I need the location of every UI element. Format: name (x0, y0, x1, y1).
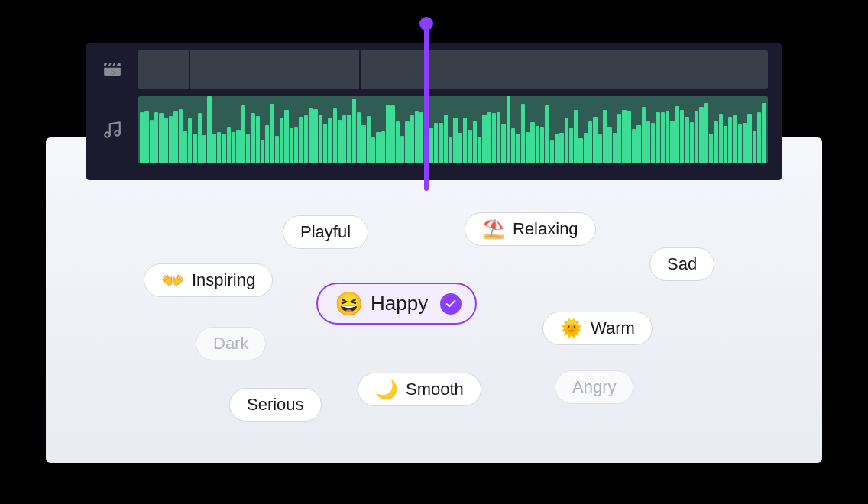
waveform-bar (617, 114, 621, 163)
waveform-bar (169, 116, 173, 163)
waveform-bar (415, 111, 419, 163)
waveform-bar (675, 106, 679, 163)
laugh-icon: 😆 (335, 292, 363, 315)
video-clip-segment[interactable] (138, 50, 190, 89)
tag-label: Relaxing (513, 219, 578, 239)
waveform-bar (371, 137, 375, 163)
waveform-bar (487, 112, 491, 163)
check-icon (440, 293, 462, 315)
waveform-bar (453, 118, 457, 163)
waveform-bar (164, 118, 168, 163)
waveform-bar (526, 132, 530, 163)
tag-label: Happy (371, 292, 428, 315)
waveform-bar (555, 134, 559, 163)
waveform-bar (261, 140, 264, 163)
waveform-bar (511, 128, 515, 163)
waveform-bar (497, 112, 500, 163)
waveform-bar (347, 115, 351, 163)
mood-tag-cloud: Playful ⛱️ Relaxing 👐 Inspiring Sad 😆 Ha… (46, 199, 822, 463)
waveform-bar (603, 110, 607, 163)
waveform-bar (536, 126, 539, 163)
tag-label: Dark (213, 334, 248, 354)
tag-smooth[interactable]: 🌙 Smooth (358, 373, 481, 406)
waveform-bar (202, 135, 206, 163)
waveform-bar (646, 121, 650, 163)
waveform-bar (376, 132, 380, 163)
waveform-bar (333, 108, 337, 163)
waveform-bar (313, 109, 317, 163)
waveform-bar (419, 112, 423, 163)
waveform-bar (724, 126, 727, 163)
tag-happy[interactable]: 😆 Happy (316, 283, 477, 325)
waveform-bar (699, 107, 703, 163)
waveform-bar (396, 121, 400, 163)
sun-icon: 🌞 (560, 319, 583, 338)
waveform-bar (270, 104, 274, 163)
waveform-bar (386, 105, 390, 163)
waveform-bar (251, 113, 254, 163)
waveform-bar (593, 117, 597, 163)
waveform-bar (753, 131, 756, 163)
tag-sad[interactable]: Sad (649, 247, 714, 281)
waveform-bar (661, 112, 665, 163)
tag-angry[interactable]: Angry (555, 370, 633, 404)
tag-dark[interactable]: Dark (196, 327, 266, 360)
waveform-bar (198, 113, 202, 163)
tag-playful[interactable]: Playful (283, 215, 368, 249)
waveform-bar (507, 96, 510, 163)
waveform-bar (222, 134, 225, 163)
waveform-bar (309, 108, 313, 164)
hands-icon: 👐 (161, 271, 184, 289)
waveform-bar (578, 138, 582, 163)
waveform-bar (473, 121, 477, 163)
waveform-bar (492, 113, 496, 163)
tag-inspiring[interactable]: 👐 Inspiring (144, 263, 273, 297)
waveform-bar (342, 115, 346, 163)
tag-relaxing[interactable]: ⛱️ Relaxing (465, 212, 596, 246)
audio-track-row (100, 96, 768, 163)
waveform-bar (656, 112, 659, 163)
waveform-bar (449, 137, 452, 163)
playhead[interactable] (424, 23, 429, 191)
video-clip-segment[interactable] (361, 50, 768, 89)
waveform-bar (762, 103, 766, 163)
waveform-bar (598, 134, 602, 163)
waveform-bar (232, 132, 235, 163)
tag-label: Angry (572, 377, 616, 397)
video-clip-segment[interactable] (190, 50, 361, 89)
waveform-bar (728, 117, 732, 163)
video-track[interactable] (138, 50, 768, 89)
waveform-bar (328, 118, 332, 163)
tag-serious[interactable]: Serious (229, 388, 322, 422)
tag-label: Inspiring (192, 270, 255, 290)
waveform-bar (550, 140, 554, 163)
waveform-bar (743, 123, 747, 163)
waveform-bar (319, 115, 322, 163)
waveform-bar (183, 131, 187, 164)
waveform-bar (569, 128, 573, 163)
umbrella-icon: ⛱️ (482, 220, 505, 238)
waveform-bar (265, 125, 269, 163)
waveform-bar (482, 115, 486, 163)
audio-waveform-track[interactable] (138, 96, 768, 163)
timeline-panel (86, 43, 782, 180)
waveform-bar (642, 107, 646, 163)
waveform-bar (444, 115, 448, 163)
svg-point-2 (105, 132, 110, 137)
svg-point-3 (115, 131, 120, 136)
waveform-bar (463, 118, 467, 163)
waveform-bar (227, 127, 231, 163)
tag-label: Playful (300, 222, 351, 242)
waveform-bar (714, 121, 717, 163)
waveform-bar (559, 133, 563, 163)
waveform-bar (607, 127, 611, 163)
waveform-bar (275, 136, 279, 163)
waveform-bar (468, 130, 471, 163)
waveform-bar (193, 134, 196, 164)
waveform-bar (323, 124, 327, 163)
waveform-bar (478, 137, 481, 163)
waveform-bar (636, 125, 640, 163)
tag-warm[interactable]: 🌞 Warm (542, 312, 653, 345)
tag-label: Smooth (406, 380, 464, 399)
waveform-bar (588, 121, 592, 163)
